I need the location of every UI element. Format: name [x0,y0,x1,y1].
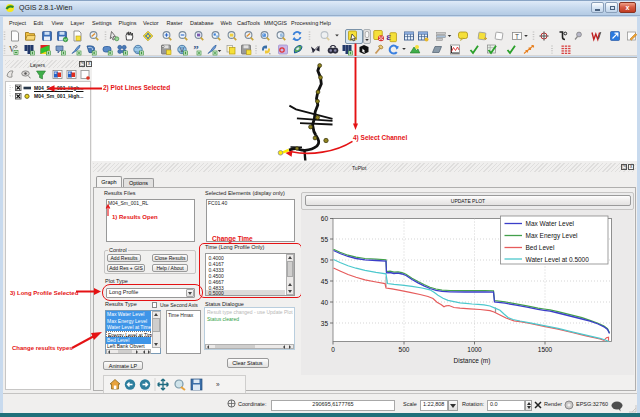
svg-text:T: T [515,33,519,40]
svg-text:ε: ε [386,30,391,42]
svg-text:35: 35 [321,320,329,327]
svg-text:»: » [216,381,220,388]
svg-text:Distance (m): Distance (m) [454,357,491,365]
svg-text:40: 40 [321,299,329,306]
svg-text:500: 500 [399,346,410,353]
svg-text:60: 60 [321,215,329,222]
svg-text:50: 50 [321,257,329,264]
svg-text:45: 45 [321,278,329,285]
svg-text:1500: 1500 [538,346,553,353]
svg-text:Max Energy Level: Max Energy Level [526,232,579,240]
svg-text:1000: 1000 [467,346,482,353]
svg-text:Bed Level: Bed Level [526,244,555,251]
svg-text:0: 0 [331,346,335,353]
svg-text:Water Level at 0.5000: Water Level at 0.5000 [526,256,590,263]
svg-text:Max Water Level: Max Water Level [526,220,575,227]
svg-text:55: 55 [321,236,329,243]
